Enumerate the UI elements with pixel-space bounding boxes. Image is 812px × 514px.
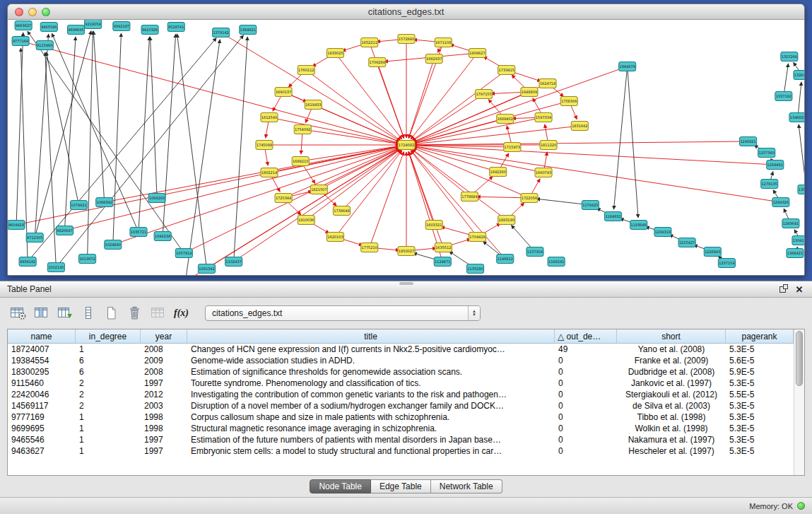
graph-node[interactable]: 1184632 [604,212,621,221]
table-selector-dropdown[interactable]: citations_edges.txt ▲▼ [205,305,481,321]
graph-node[interactable]: 1704428 [469,233,486,242]
graph-node[interactable]: 1620103 [326,233,343,242]
graph-node[interactable]: 9465546 [40,23,57,32]
graph-node[interactable]: 1635512 [435,243,452,252]
graph-node[interactable]: 1346825 [789,113,804,122]
graph-node[interactable]: 9712305 [26,233,43,243]
network-window-titlebar[interactable]: citations_edges.txt [8,4,804,20]
graph-edge[interactable] [411,53,477,139]
graph-edge[interactable] [799,124,804,189]
graph-node[interactable]: 9820647 [56,226,73,235]
column-header-year[interactable]: year [141,329,187,343]
graph-edge[interactable] [614,66,628,209]
graph-node[interactable]: 1758306 [560,97,577,106]
graph-edge[interactable] [413,146,543,173]
graph-node[interactable]: 1304152 [792,236,804,245]
graph-node[interactable]: 1215427 [678,238,695,247]
graph-node[interactable]: 1179425 [582,201,599,210]
graph-node[interactable]: 1733415 [498,66,515,75]
graph-node[interactable]: 1648809 [521,88,538,97]
graph-edge[interactable] [113,33,122,245]
graph-edge[interactable] [185,40,220,275]
graph-node[interactable]: 1662937 [425,54,442,64]
graph-node[interactable]: 1102437 [225,257,242,267]
graph-node[interactable]: 1597334 [535,113,552,122]
graph-node[interactable]: 1368421 [787,249,804,258]
graph-edge[interactable] [35,34,48,238]
table-row[interactable]: 1938455462009Genome-wide association stu… [8,355,794,366]
graph-node[interactable]: 1850027 [398,247,415,256]
graph-edge[interactable] [283,148,400,198]
graph-node[interactable]: 1612540 [261,113,278,122]
graph-node[interactable]: 1024890 [105,240,122,250]
graph-node[interactable]: 1279135 [761,180,778,189]
graph-node[interactable]: 1057814 [175,249,192,258]
column-header-short[interactable]: short [617,329,726,343]
delete-button[interactable] [125,304,144,322]
graph-node[interactable]: 1246821 [740,137,757,146]
graph-node[interactable]: 1379142 [213,28,230,37]
graph-node[interactable]: 1284326 [772,198,789,207]
graph-node[interactable]: 1671108 [435,38,452,47]
table-row[interactable]: 1456911722003Disruption of a novel membe… [8,400,794,411]
graph-node[interactable]: 1237154 [718,259,735,268]
graph-edge[interactable] [28,31,184,253]
graph-node[interactable]: 9604418 [8,221,25,230]
graph-node[interactable]: 1779884 [461,192,478,201]
graph-node[interactable]: 1603321 [425,221,442,230]
graph-edge[interactable] [413,66,627,143]
graph-node[interactable]: 1315264 [781,52,798,62]
graph-node[interactable]: 1357318 [798,185,804,194]
table-row[interactable]: 1830029562008Estimation of significance … [8,366,794,378]
table-row[interactable]: 946362711997Embryonic stem cells: a mode… [8,445,794,457]
graph-edge[interactable] [45,52,57,267]
graph-edge[interactable] [413,141,748,145]
graph-node[interactable]: 1775210 [361,243,378,252]
graph-edge[interactable] [93,31,104,202]
scrollbar-thumb[interactable] [796,331,803,386]
graph-node[interactable]: 1013672 [79,255,96,264]
graph-node[interactable]: 9218054 [85,20,102,29]
graph-edge[interactable] [46,52,78,205]
table-scrollbar[interactable] [794,329,804,475]
graph-node[interactable]: 1046238 [154,232,171,241]
table-settings-button[interactable] [8,304,28,322]
graph-node[interactable]: 1690137 [275,88,292,97]
graph-node[interactable]: 9934182 [19,257,36,267]
table-row[interactable]: 969969511998Structural magnetic resonanc… [8,423,794,434]
graph-node[interactable]: 1035721 [130,228,147,237]
graph-node[interactable]: 1883190 [498,216,515,225]
column-header-pagerank[interactable]: pagerank [726,329,794,343]
graph-node[interactable]: 1157304 [526,247,543,257]
graph-edge[interactable] [234,37,247,262]
graph-node[interactable]: 1821507 [310,185,327,194]
graph-node[interactable]: 9463627 [15,21,32,30]
graph-node[interactable]: 1806627 [469,49,486,58]
graph-node[interactable]: 1722056 [521,194,538,203]
tab-node-table[interactable]: Node Table [310,479,371,493]
graph-node[interactable]: 1668402 [497,115,514,124]
close-window-button[interactable] [15,8,23,16]
zoom-window-button[interactable] [42,8,50,16]
graph-node[interactable]: 1337192 [775,92,792,101]
graph-edge[interactable] [408,59,434,138]
graph-node[interactable]: 1226843 [704,247,721,257]
graph-node[interactable]: 1293641 [782,219,799,228]
column-header-in_degree[interactable]: in_degree [76,329,141,343]
graph-node[interactable]: 1124671 [434,257,451,267]
new-file-button[interactable] [102,304,121,322]
tab-edge-table[interactable]: Edge Table [371,479,431,493]
graph-node[interactable]: 1002145 [47,263,64,272]
graph-node[interactable]: 1811220 [540,141,557,150]
graph-node[interactable]: 1745098 [256,141,273,150]
graph-node[interactable]: 1754092 [294,125,311,134]
graph-node[interactable]: 1624718 [539,79,556,88]
network-canvas[interactable]: 1724082157284016522111833025176011216901… [8,20,804,275]
graph-node[interactable]: 1660743 [535,168,552,177]
select-columns-button[interactable] [32,304,51,322]
graph-edge[interactable] [150,37,157,198]
graph-node[interactable]: 9410326 [141,25,158,35]
graph-node[interactable]: 9115460 [36,41,53,50]
graph-node[interactable]: 1193846 [630,221,647,230]
graph-node[interactable]: 9528741 [167,23,184,32]
